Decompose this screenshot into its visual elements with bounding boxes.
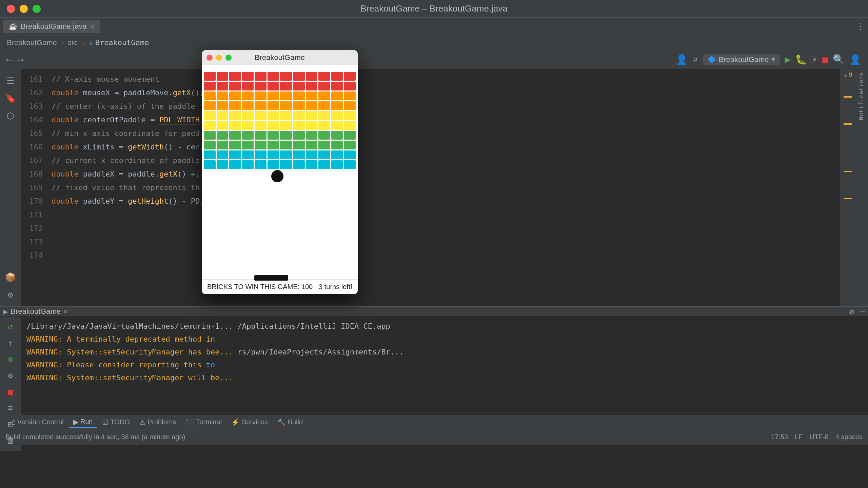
brick (306, 72, 318, 81)
window-title: BreakoutGame – BreakoutGame.java (360, 3, 508, 14)
run-stop-icon[interactable]: ■ (3, 384, 18, 399)
maximize-button[interactable] (33, 5, 41, 13)
brick (255, 141, 267, 149)
run-tab-close-icon[interactable]: ✕ (63, 307, 67, 316)
sidebar-bookmark-icon[interactable]: 🔖 (2, 90, 19, 106)
run-settings-icon[interactable]: ⚙ (3, 368, 18, 383)
brick (217, 121, 229, 130)
tab-breakoutgame-java[interactable]: ☕ BreakoutGame.java ✕ (3, 20, 100, 33)
breadcrumb-root[interactable]: BreakoutGame (7, 38, 57, 47)
run-icon-small: ▶ (3, 307, 8, 316)
brick (293, 101, 305, 110)
vcs-icon: ⎇ (7, 418, 15, 426)
close-button[interactable] (7, 5, 15, 13)
run-config-dropdown-icon[interactable]: ▼ (772, 56, 775, 63)
minimize-button[interactable] (20, 5, 28, 13)
coverage-button[interactable]: ⚡ (812, 54, 817, 65)
game-maximize-button[interactable] (225, 55, 232, 61)
run-scroll-icon[interactable]: ≡ (3, 401, 18, 415)
status-line-sep[interactable]: LF (795, 433, 803, 441)
brick (268, 150, 279, 159)
run-title-section: ▶ BreakoutGame ✕ (3, 307, 67, 316)
line-numbers: 161 162 163 164 165 166 167 168 169 170 … (21, 69, 48, 306)
code-line-168: double xLimits = getWidth() - cer... (48, 140, 854, 154)
search-everywhere-icon[interactable]: ⌕ (692, 54, 698, 65)
tab-run[interactable]: ▶ Run (69, 416, 97, 428)
avatar-button[interactable]: 👤 (849, 54, 861, 65)
search-button[interactable]: 🔍 (833, 54, 845, 65)
tab-run-label: Run (80, 418, 93, 426)
brick (229, 121, 241, 130)
run-output-line-1: /Library/Java/JavaVirtualMachines/temuri… (26, 320, 863, 333)
code-text: // X-axis mouse movement double mouseX =… (48, 69, 854, 306)
brick (331, 101, 343, 110)
breadcrumb-bar: BreakoutGame › src › ☕ BreakoutGame (0, 35, 868, 50)
debug-button[interactable]: 🐛 (795, 54, 807, 65)
back-icon[interactable]: ⟵ (7, 54, 13, 65)
brick (293, 121, 305, 130)
tab-services[interactable]: ⚡ Services (227, 417, 272, 428)
run-output-line-2: WARNING: A terminally deprecated method … (26, 333, 863, 346)
right-gutter: ⚠ 9 (840, 69, 854, 306)
brick (242, 72, 254, 81)
code-editor[interactable]: 161 162 163 164 165 166 167 168 169 170 … (21, 69, 854, 306)
breadcrumb-sep-2: › (81, 39, 85, 47)
brick (242, 160, 254, 169)
minimize-panel-icon[interactable]: – (860, 307, 865, 316)
brick (242, 131, 254, 140)
brick (255, 72, 267, 81)
tab-close-icon[interactable]: ✕ (90, 23, 95, 30)
run-config-label: BreakoutGame (719, 55, 769, 64)
tab-version-control[interactable]: ⎇ Version Control (3, 417, 68, 428)
settings-icon[interactable]: ⚙ (849, 307, 854, 316)
breadcrumb-src[interactable]: src (68, 38, 78, 47)
tab-build[interactable]: 🔨 Build (273, 417, 307, 428)
brick (293, 111, 305, 120)
run-output-line-4: WARNING: Please consider reporting this … (26, 359, 863, 371)
brick (268, 160, 279, 169)
game-minimize-button[interactable] (216, 55, 222, 61)
brick-row (204, 101, 356, 110)
stop-button[interactable]: ■ (822, 54, 828, 65)
brick (268, 141, 279, 149)
tab-todo[interactable]: ☑ TODO (98, 417, 134, 428)
brick-row (204, 111, 356, 120)
sidebar-structure-icon[interactable]: ☰ (2, 73, 19, 89)
status-indent[interactable]: 4 spaces (835, 433, 863, 441)
brick (344, 82, 356, 90)
game-canvas[interactable] (202, 65, 358, 279)
brick (318, 82, 330, 90)
brick (255, 160, 267, 169)
run-config[interactable]: 🔷 BreakoutGame ▼ (703, 54, 780, 65)
brick (229, 150, 241, 159)
brick (318, 101, 330, 110)
turns-left-label: 3 turns left! (319, 283, 352, 291)
brick (293, 72, 305, 81)
scroll-up-icon[interactable]: ↑ (3, 336, 18, 350)
brick (344, 72, 356, 81)
brick (242, 150, 254, 159)
forward-icon[interactable]: ⟶ (17, 54, 23, 65)
status-encoding[interactable]: UTF-8 (809, 433, 829, 441)
brick (217, 160, 229, 169)
brick (268, 72, 279, 81)
sidebar-settings-icon[interactable]: ⚙ (2, 287, 19, 303)
game-close-button[interactable] (206, 55, 213, 61)
brick (217, 72, 229, 81)
brick (280, 82, 292, 90)
brick (331, 72, 343, 81)
tab-terminal[interactable]: ⬛ Terminal (181, 417, 226, 428)
code-line-162: double mouseX = paddleMove.getX(); (48, 86, 854, 100)
warning-marker-2 (844, 123, 852, 125)
code-line-164: // center (x-axis) of the paddle (48, 100, 854, 113)
user-icon[interactable]: 👤 (676, 54, 688, 65)
sidebar-hierarchy-icon[interactable]: ⬡ (2, 108, 19, 124)
tab-problems[interactable]: ⚠ Problems (135, 417, 180, 428)
brick (280, 121, 292, 130)
run-panel: ▶ BreakoutGame ✕ ⚙ – ↺ ↑ ⚙ ⚙ ■ ≡ ⊡ 🗑 /Li… (0, 306, 868, 415)
more-tabs-icon[interactable]: ⋮ (856, 22, 868, 31)
run-debug-icon[interactable]: ⚙ (3, 352, 18, 367)
rerun-icon[interactable]: ↺ (3, 319, 18, 334)
sidebar-maven-icon[interactable]: 📦 (2, 269, 19, 285)
run-button[interactable]: ▶ (785, 54, 790, 65)
